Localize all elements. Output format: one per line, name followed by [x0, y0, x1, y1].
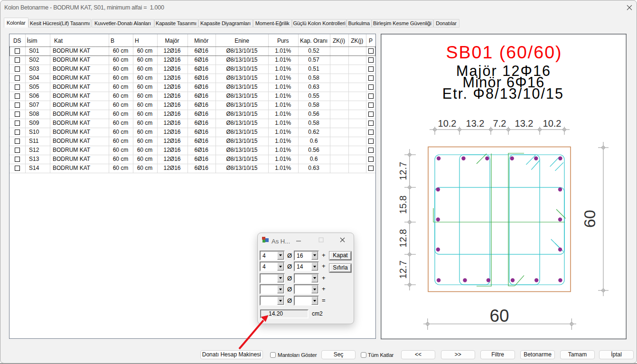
- svg-text:13.2: 13.2: [466, 118, 485, 129]
- svg-text:SB01 (60/60): SB01 (60/60): [446, 42, 562, 62]
- svg-text:12.7: 12.7: [398, 162, 408, 180]
- svg-text:10.2: 10.2: [438, 118, 457, 129]
- svg-text:12.8: 12.8: [398, 229, 408, 248]
- svg-text:10.2: 10.2: [543, 118, 562, 129]
- svg-text:60: 60: [489, 306, 509, 326]
- svg-text:13.2: 13.2: [515, 118, 534, 129]
- svg-text:60: 60: [581, 210, 599, 228]
- svg-text:Etr. Φ8/13/10/15: Etr. Φ8/13/10/15: [442, 85, 564, 102]
- svg-text:7.2: 7.2: [493, 118, 506, 129]
- svg-text:12.7: 12.7: [398, 261, 408, 279]
- svg-text:15.8: 15.8: [398, 196, 408, 214]
